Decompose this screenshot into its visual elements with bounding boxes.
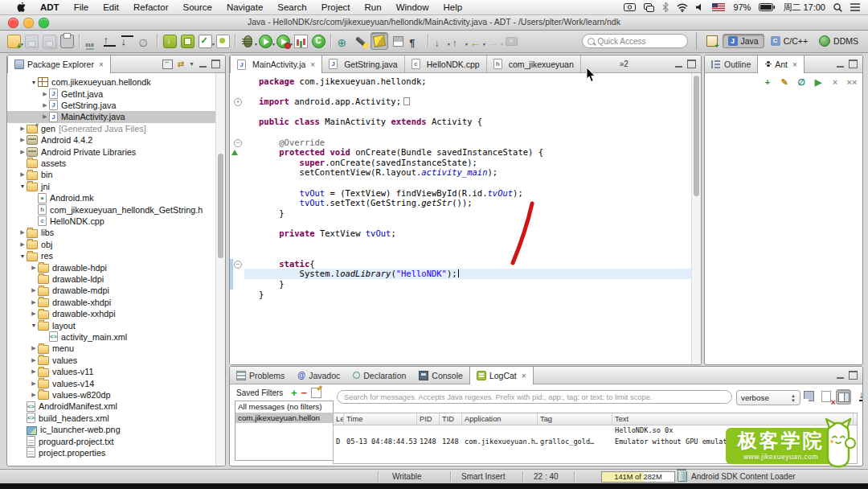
logcat-search-input[interactable] [337, 390, 732, 404]
import-project-icon[interactable] [119, 33, 135, 49]
view-tab-javadoc[interactable]: @Javadoc [291, 367, 346, 384]
collapsed-code-icon[interactable] [403, 97, 410, 105]
tree-closed-arrow-icon[interactable]: ▶ [18, 125, 27, 132]
column-header-le[interactable]: Le [334, 413, 344, 425]
tree-item-res[interactable]: ▼res [7, 250, 216, 261]
link-with-editor-icon[interactable]: ⇄ [178, 60, 184, 68]
next-annotation-icon[interactable]: ▼ [432, 33, 448, 49]
quick-access-box[interactable]: Quick Access [582, 34, 688, 48]
menu-item-window[interactable]: Window [389, 0, 436, 14]
show-whitespace-icon[interactable] [407, 33, 424, 49]
tree-item-android-private-libraries[interactable]: ▶Android Private Libraries [7, 146, 216, 157]
minimize-icon[interactable] [199, 61, 207, 68]
view-tab-outline[interactable]: Outline [705, 55, 757, 72]
column-header-time[interactable]: Time [344, 413, 417, 425]
scrollbar-thumb[interactable] [218, 154, 223, 258]
view-menu-icon[interactable]: ▼ [189, 60, 194, 68]
editor-scrollbar[interactable] [691, 73, 701, 364]
column-header-tag[interactable]: Tag [538, 413, 612, 425]
close-icon[interactable]: × [522, 372, 526, 380]
tree-closed-arrow-icon[interactable]: ▶ [18, 149, 27, 155]
menu-item-refactor[interactable]: Refactor [126, 0, 175, 14]
tree-item-assets[interactable]: assets [7, 158, 216, 169]
remove-all-icon[interactable]: ×× [846, 76, 858, 88]
tree-item-build-headers-xml[interactable]: <>build_headers.xml [7, 413, 216, 424]
collapse-all-icon[interactable] [162, 60, 173, 69]
search-for-buildfiles-icon[interactable]: ✎ [779, 76, 790, 88]
tree-item-values-v14[interactable]: ▶values-v14 [7, 377, 216, 388]
log-level-select[interactable]: verbose ▲▼ [736, 390, 800, 405]
display-mirroring-icon[interactable] [624, 3, 636, 11]
show-selected-element-icon[interactable] [390, 33, 406, 49]
tree-open-arrow-icon[interactable]: ▼ [30, 80, 38, 85]
tree-item-layout[interactable]: ▼layout [7, 319, 216, 331]
tree-closed-arrow-icon[interactable]: ▶ [18, 229, 27, 236]
tree-item-hellondk-cpp[interactable]: cHelloNDK.cpp [7, 216, 216, 227]
tree-closed-arrow-icon[interactable]: ▶ [18, 171, 27, 178]
close-icon[interactable]: × [310, 60, 315, 69]
tree-open-arrow-icon[interactable]: ▼ [30, 323, 38, 328]
volume-icon[interactable] [696, 3, 704, 11]
tree-closed-arrow-icon[interactable]: ▶ [30, 299, 38, 306]
tree-closed-arrow-icon[interactable]: ▶ [30, 392, 38, 398]
run-icon[interactable]: ▼ [257, 33, 273, 49]
perspective-ddms[interactable]: DDMS [814, 34, 863, 48]
notification-center-icon[interactable] [850, 3, 860, 11]
open-perspective-button[interactable] [704, 33, 720, 49]
window-minimize-button[interactable] [23, 18, 34, 28]
tree-item-androidmanifest-xml[interactable]: <>AndroidManifest.xml [7, 401, 216, 412]
binary-console-icon[interactable] [84, 33, 100, 49]
menu-item-source[interactable]: Source [175, 0, 219, 14]
tree-item-values[interactable]: ▶values [7, 355, 216, 366]
tree-item-getstring-java[interactable]: ▶JGetString.java [7, 100, 216, 111]
add-buildfile-icon[interactable]: + [762, 76, 773, 88]
menu-item-run[interactable]: Run [358, 0, 389, 14]
tree-item-proguard-project-txt[interactable]: proguard-project.txt [7, 435, 216, 446]
collapse-fold-icon[interactable]: − [234, 139, 242, 147]
tree-closed-arrow-icon[interactable]: ▶ [18, 137, 27, 143]
save-log-icon[interactable] [802, 389, 816, 403]
avd-manager-icon[interactable] [179, 33, 195, 49]
view-tab-problems[interactable]: Problems [230, 367, 291, 384]
tree-item-mainactivity-java[interactable]: ▶JMainActivity.java [7, 111, 216, 122]
window-zoom-button[interactable] [39, 18, 49, 28]
tree-open-arrow-icon[interactable]: ▼ [18, 183, 27, 189]
spotlight-icon[interactable] [833, 3, 842, 12]
minimize-icon[interactable] [675, 61, 682, 68]
tree-item-drawable-xhdpi[interactable]: ▶drawable-xhdpi [7, 297, 216, 308]
logcat-filter-all-messages-no-filters[interactable]: All messages (no filters) [235, 401, 333, 413]
tree-item-values-v11[interactable]: ▶values-v11 [7, 366, 216, 377]
view-tab-logcat[interactable]: LogCat× [469, 367, 534, 384]
collapse-fold-icon[interactable]: − [234, 261, 242, 269]
menu-item-help[interactable]: Help [436, 0, 470, 14]
tree-open-arrow-icon[interactable]: ▼ [18, 253, 27, 259]
screenshot-icon[interactable] [503, 33, 519, 49]
edit-filter-icon[interactable] [311, 388, 321, 398]
tree-item-menu[interactable]: ▶menu [7, 343, 216, 354]
tree-closed-arrow-icon[interactable]: ▶ [41, 102, 49, 109]
menu-item-file[interactable]: File [67, 0, 96, 14]
sync-icon[interactable] [644, 3, 654, 12]
tree-item-gen[interactable]: ▶gen[Generated Java Files] [7, 123, 216, 134]
toggle-display-icon[interactable] [836, 389, 851, 405]
maximize-icon[interactable] [849, 371, 858, 380]
column-header-application[interactable]: Application [462, 413, 538, 425]
save-icon[interactable] [23, 33, 39, 49]
debug-icon[interactable]: ▼ [240, 33, 256, 49]
menu-item-project[interactable]: Project [314, 0, 358, 14]
skip-all-breakpoints-icon[interactable] [137, 33, 153, 49]
tree-item-drawable-hdpi[interactable]: ▶drawable-hdpi [7, 261, 216, 273]
tab-package-explorer[interactable]: Package Explorer × [7, 55, 111, 73]
tree-closed-arrow-icon[interactable]: ▶ [30, 310, 38, 317]
hide-internal-targets-icon[interactable]: ∅ [796, 76, 807, 88]
tree-item-com-jikexueyuan-hellondk-getstring-h[interactable]: hcom_jikexueyuan_hellondk_GetString.h [7, 203, 216, 215]
coverage-icon[interactable] [293, 33, 309, 49]
tree-closed-arrow-icon[interactable]: ▶ [18, 241, 27, 248]
remove-selected-icon[interactable]: × [829, 76, 841, 88]
view-tab-declaration[interactable]: Declaration [346, 367, 412, 384]
tree-item-drawable-mdpi[interactable]: ▶drawable-mdpi [7, 285, 216, 296]
view-tab-console[interactable]: Console [412, 367, 469, 384]
new-wizard-icon[interactable]: ▼ [6, 33, 22, 49]
tree-closed-arrow-icon[interactable]: ▶ [30, 380, 38, 387]
editor-tab-getstring-java[interactable]: JGetString.java [322, 55, 405, 72]
